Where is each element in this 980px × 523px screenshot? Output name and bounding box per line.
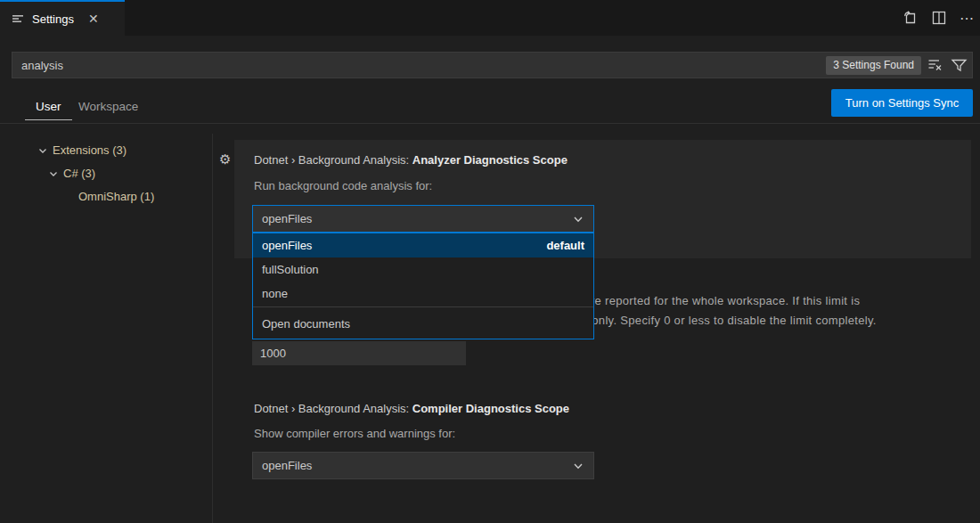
dropdown-separator [253, 306, 593, 307]
tree-item-csharp[interactable]: C# (3) [48, 167, 95, 180]
tree-item-omnisharp[interactable]: OmniSharp (1) [78, 190, 154, 203]
settings-found-badge: 3 Settings Found [826, 56, 921, 75]
tab-settings[interactable]: Settings ✕ [0, 0, 125, 36]
tree-item-label: Extensions (3) [53, 143, 127, 157]
option-detail: default [546, 239, 584, 252]
option-label: fullSolution [262, 263, 319, 276]
chevron-down-icon [48, 168, 59, 179]
setting-title-bold: Compiler Diagnostics Scope [412, 402, 569, 415]
turn-on-settings-sync-button[interactable]: Turn on Settings Sync [831, 89, 973, 117]
option-openfiles[interactable]: openFiles default [253, 233, 593, 257]
filter-icon[interactable] [951, 57, 968, 73]
tab-title: Settings [32, 12, 74, 26]
split-editor-icon[interactable] [932, 11, 946, 25]
tab-user[interactable]: User [25, 94, 72, 120]
settings-editor-icon [12, 12, 25, 25]
option-fullsolution[interactable]: fullSolution [253, 257, 593, 282]
setting-title-bold: Analyzer Diagnostics Scope [412, 153, 568, 167]
gear-icon[interactable]: ⚙ [219, 151, 231, 168]
tree-item-label: OmniSharp (1) [78, 190, 154, 203]
select-value: openFiles [262, 459, 312, 472]
setting-description: Show compiler errors and warnings for: [254, 427, 455, 440]
tree-item-label: C# (3) [63, 167, 95, 180]
chevron-down-icon [572, 460, 584, 472]
open-settings-json-icon[interactable] [902, 10, 919, 26]
option-label: none [262, 287, 288, 300]
setting-title-prefix: Dotnet › Background Analysis: [254, 153, 412, 167]
option-none[interactable]: none [253, 282, 593, 306]
setting-title-prefix: Dotnet › Background Analysis: [254, 402, 412, 415]
tab-workspace[interactable]: Workspace [78, 94, 138, 120]
setting-description: Run background code analysis for: [254, 179, 432, 192]
chevron-down-icon [37, 145, 48, 156]
compiler-scope-select[interactable]: openFiles [252, 452, 594, 479]
setting-title-analyzer-diagnostics-scope: Dotnet › Background Analysis: Analyzer D… [254, 153, 568, 167]
clear-search-results-icon[interactable] [927, 57, 943, 72]
option-label: openFiles [262, 239, 312, 252]
max-files-number-input[interactable] [252, 341, 466, 365]
more-actions-icon[interactable]: ⋯ [960, 10, 975, 27]
editor-tab-bar: Settings ✕ ⋯ [0, 0, 980, 36]
header-divider [0, 123, 980, 124]
option-description: Open documents [253, 308, 593, 339]
tree-item-extensions[interactable]: Extensions (3) [37, 143, 127, 157]
close-icon[interactable]: ✕ [88, 12, 99, 25]
select-dropdown-list: openFiles default fullSolution none Open… [252, 233, 594, 339]
select-value: openFiles [262, 212, 312, 225]
splitview-sash[interactable] [212, 134, 213, 523]
setting-title-compiler-diagnostics-scope: Dotnet › Background Analysis: Compiler D… [254, 402, 569, 415]
chevron-down-icon [572, 213, 584, 225]
editor-actions: ⋯ [902, 0, 975, 36]
analyzer-scope-select[interactable]: openFiles [252, 205, 594, 233]
